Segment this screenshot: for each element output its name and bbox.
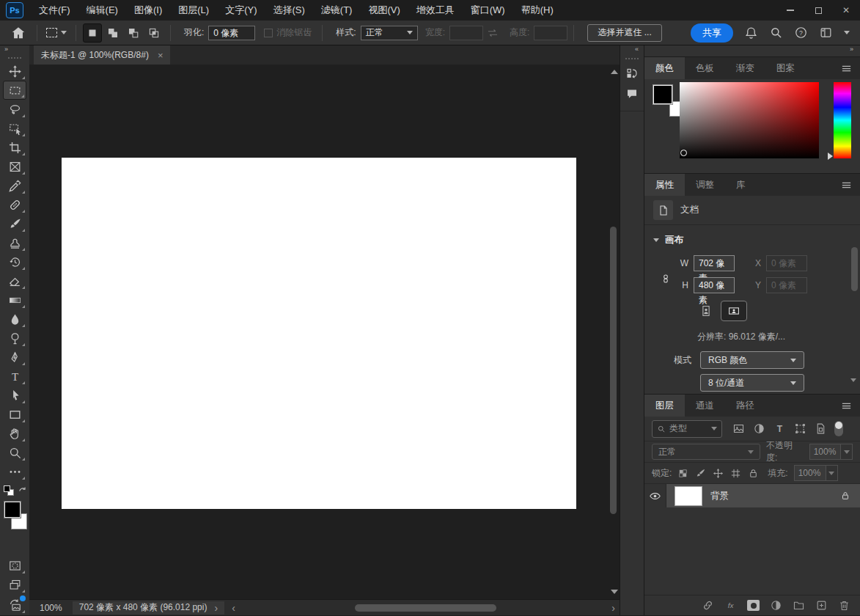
layer-thumbnail[interactable] [675, 486, 702, 506]
menu-item-filter[interactable]: 滤镜(T) [313, 0, 361, 21]
crop-tool[interactable] [3, 138, 26, 157]
fill-chevron[interactable] [826, 465, 838, 481]
canvas-x-input[interactable]: 0 像素 [766, 255, 807, 271]
panel-tab[interactable]: 渐变 [725, 57, 765, 79]
panel-tab[interactable]: 色板 [685, 57, 725, 79]
intersect-selection-button[interactable] [144, 23, 163, 43]
lock-artboard-icon[interactable] [730, 468, 741, 479]
blur-tool[interactable] [3, 309, 26, 329]
menu-item-window[interactable]: 窗口(W) [463, 0, 513, 21]
foreground-color-swatch[interactable] [653, 85, 672, 104]
portrait-orientation-button[interactable] [697, 301, 715, 321]
zoom-level[interactable]: 100% [40, 603, 62, 613]
panel-tab[interactable]: 路径 [725, 395, 765, 417]
panel-scroll-thumb[interactable] [851, 247, 858, 291]
filter-shape-layers-icon[interactable] [794, 422, 806, 435]
default-colors-icon[interactable] [4, 485, 15, 497]
new-selection-button[interactable] [83, 23, 102, 43]
blend-mode-dropdown[interactable]: 正常 [652, 444, 760, 460]
hue-slider[interactable] [834, 82, 851, 158]
filter-smart-objects-icon[interactable] [815, 422, 827, 435]
clone-stamp-tool[interactable] [3, 233, 26, 252]
quick-mask-button[interactable] [3, 556, 26, 575]
filter-adjustment-layers-icon[interactable] [753, 422, 765, 435]
menu-item-image[interactable]: 图像(I) [126, 0, 170, 21]
tools-drag-grip[interactable] [8, 57, 21, 59]
help-icon[interactable]: ? [794, 26, 808, 40]
antialias-checkbox[interactable] [264, 29, 273, 37]
path-selection-tool[interactable] [3, 386, 26, 405]
menu-item-type[interactable]: 文字(Y) [217, 0, 265, 21]
type-tool[interactable]: T [3, 367, 26, 386]
panel-tab[interactable]: 属性 [644, 174, 685, 196]
style-dropdown[interactable]: 正常 [361, 26, 418, 40]
panel-tab[interactable]: 通道 [685, 395, 725, 417]
canvas-section-header[interactable]: 画布 [644, 225, 860, 249]
pen-tool[interactable] [3, 348, 26, 367]
maximize-button[interactable] [804, 0, 832, 21]
saturation-brightness-field[interactable] [680, 82, 819, 158]
foreground-color-swatch[interactable] [4, 502, 21, 518]
swap-dimensions-icon[interactable] [486, 26, 499, 40]
lasso-tool[interactable] [3, 100, 26, 119]
layer-row[interactable]: 背景 [644, 484, 860, 507]
status-expand-icon[interactable]: › [214, 602, 218, 614]
panel-menu-button[interactable] [832, 174, 860, 196]
height-input[interactable] [534, 26, 567, 40]
feather-input[interactable]: 0 像素 [208, 26, 255, 40]
canvas-y-input[interactable]: 0 像素 [766, 277, 807, 293]
panel-tab[interactable]: 图层 [644, 395, 685, 417]
menu-item-plugins[interactable]: 增效工具 [408, 0, 463, 21]
history-brush-tool[interactable] [3, 252, 26, 271]
gradient-tool[interactable] [3, 290, 26, 309]
history-panel-button[interactable] [622, 64, 642, 83]
scroll-up-icon[interactable] [611, 70, 618, 74]
move-tool[interactable] [3, 62, 26, 81]
horizontal-scroll-thumb[interactable] [355, 604, 496, 612]
layer-filter-type-dropdown[interactable]: 类型 [652, 420, 722, 438]
lock-pixels-icon[interactable] [695, 468, 706, 479]
document-canvas[interactable] [62, 158, 576, 509]
tab-close-icon[interactable]: × [158, 50, 163, 61]
share-button[interactable]: 共享 [691, 23, 733, 43]
edit-toolbar[interactable] [3, 462, 26, 481]
swap-colors-icon[interactable] [18, 485, 27, 495]
filter-toggle[interactable] [834, 421, 843, 436]
document-info-field[interactable]: 702 像素 x 480 像素 (96.012 ppi) › [73, 601, 224, 615]
rectangle-tool[interactable] [3, 405, 26, 424]
add-layer-mask-icon[interactable] [747, 600, 760, 611]
eyedropper-tool[interactable] [3, 176, 26, 195]
color-picker-marker[interactable] [680, 150, 687, 156]
panel-menu-button[interactable] [832, 57, 860, 79]
menu-item-select[interactable]: 选择(S) [265, 0, 312, 21]
scroll-right-icon[interactable]: › [611, 602, 615, 614]
bell-icon[interactable] [744, 26, 758, 40]
delete-layer-icon[interactable] [838, 599, 850, 612]
frame-tool[interactable] [3, 157, 26, 176]
add-selection-button[interactable] [103, 23, 122, 43]
panel-tab[interactable]: 库 [725, 174, 757, 196]
search-icon[interactable] [769, 26, 783, 40]
opacity-chevron[interactable] [841, 444, 853, 460]
chevron-down-icon[interactable] [844, 31, 850, 34]
select-and-mask-button[interactable]: 选择并遮住 ... [587, 24, 661, 42]
tool-preset-picker[interactable] [43, 26, 70, 39]
close-button[interactable]: ✕ [832, 0, 860, 21]
dock-drag-grip[interactable] [625, 58, 639, 59]
menu-item-layer[interactable]: 图层(L) [170, 0, 217, 21]
color-mode-dropdown[interactable]: RGB 颜色 [700, 351, 804, 369]
link-layers-icon[interactable] [702, 599, 714, 612]
minimize-button[interactable] [776, 0, 804, 21]
canvas-width-input[interactable]: 702 像素 [694, 255, 735, 271]
eraser-tool[interactable] [3, 271, 26, 290]
menu-item-file[interactable]: 文件(F) [31, 0, 78, 21]
lock-position-icon[interactable] [713, 468, 724, 479]
object-selection-tool[interactable] [3, 119, 26, 138]
document-tab[interactable]: 未标题-1 @ 100%(RGB/8#) × [34, 45, 170, 65]
workspace-icon[interactable] [819, 26, 833, 40]
panel-tab[interactable]: 调整 [685, 174, 725, 196]
landscape-orientation-button[interactable] [721, 301, 747, 321]
spot-healing-brush-tool[interactable] [3, 195, 26, 214]
collapse-tools-icon[interactable]: » [0, 45, 29, 56]
menu-item-help[interactable]: 帮助(H) [513, 0, 562, 21]
